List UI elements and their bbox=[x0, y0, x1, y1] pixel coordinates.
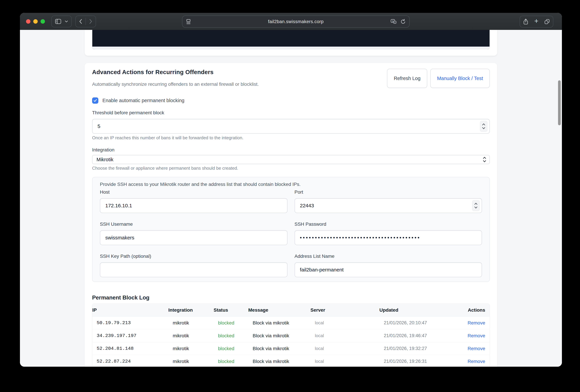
minimize-window-button[interactable] bbox=[33, 19, 38, 24]
url-text[interactable]: fail2ban.swissmakers.corp bbox=[182, 19, 409, 24]
integration-value: Mikrotik bbox=[97, 157, 113, 162]
integration-label: Integration bbox=[92, 147, 490, 153]
close-window-button[interactable] bbox=[26, 19, 30, 24]
select-arrows-icon bbox=[481, 154, 488, 165]
integration-help: Choose the firewall or appliance where p… bbox=[92, 166, 490, 171]
new-tab-button[interactable]: + bbox=[532, 15, 541, 28]
chevron-down-icon bbox=[65, 20, 68, 22]
port-input[interactable]: 22443 bbox=[294, 198, 482, 213]
refresh-log-button[interactable]: Refresh Log bbox=[387, 69, 427, 88]
share-button[interactable] bbox=[520, 16, 532, 27]
share-icon bbox=[523, 18, 528, 25]
threshold-stepper[interactable] bbox=[480, 121, 487, 132]
threshold-label: Threshold before permanent block bbox=[92, 110, 490, 115]
address-list-value: fail2ban-permanent bbox=[300, 267, 344, 273]
enable-blocking-row: Enable automatic permanent blocking bbox=[92, 98, 490, 104]
check-icon bbox=[93, 98, 97, 102]
advanced-actions-card: Advanced Actions for Recurring Offenders… bbox=[85, 63, 497, 367]
remove-link[interactable]: Remove bbox=[468, 320, 485, 325]
terminal-horizontal-scrollbar[interactable] bbox=[92, 47, 490, 49]
table-header-row: IP Integration Status Message Server Upd… bbox=[92, 304, 490, 316]
page-scrollbar-thumb[interactable] bbox=[558, 80, 561, 125]
col-actions: Actions bbox=[460, 304, 490, 316]
threshold-help: Once an IP reaches this number of bans i… bbox=[92, 135, 490, 140]
ssh-keypath-label: SSH Key Path (optional) bbox=[100, 254, 288, 259]
col-integration: Integration bbox=[168, 304, 214, 316]
screen: fail2ban.swissmakers.corp A a bbox=[0, 0, 580, 392]
ssh-password-value: •••••••••••••••••••••••••••••••••••••••• bbox=[300, 235, 421, 241]
integration-select[interactable]: Mikrotik bbox=[92, 155, 490, 164]
row-status: blocked bbox=[214, 355, 248, 367]
row-updated: 21/01/2026, 19:46:47 bbox=[379, 329, 460, 342]
threshold-input[interactable]: 5 bbox=[92, 119, 490, 134]
row-integration: mikrotik bbox=[168, 342, 214, 355]
row-updated: 21/01/2026, 19:26:31 bbox=[379, 355, 460, 367]
port-value: 22443 bbox=[300, 203, 314, 208]
plus-icon: + bbox=[534, 17, 538, 25]
address-list-label: Address List Name bbox=[294, 254, 482, 259]
row-status: blocked bbox=[214, 316, 248, 329]
toolbar-right-group: + bbox=[520, 16, 553, 27]
table-row: 34.239.197.197 mikrotik blocked Block vi… bbox=[92, 329, 490, 342]
row-message: Block via mikrotik bbox=[248, 316, 310, 329]
mikrotik-panel: Provide SSH access to your Mikrotik rout… bbox=[92, 177, 490, 282]
enable-blocking-checkbox[interactable] bbox=[92, 98, 98, 104]
ssh-keypath-input[interactable] bbox=[100, 262, 288, 277]
row-integration: mikrotik bbox=[168, 355, 214, 367]
page-content: [21:40:02]2026/01/21 20:40:02 SSH comman… bbox=[20, 30, 562, 367]
log-card: [21:40:02]2026/01/21 20:40:02 SSH comman… bbox=[85, 30, 497, 56]
reload-icon[interactable] bbox=[401, 19, 406, 24]
ssh-username-input[interactable]: swissmakers bbox=[100, 230, 288, 245]
remove-link[interactable]: Remove bbox=[468, 346, 485, 351]
row-integration: mikrotik bbox=[168, 316, 214, 329]
enable-blocking-label: Enable automatic permanent blocking bbox=[102, 98, 184, 103]
panel-intro: Provide SSH access to your Mikrotik rout… bbox=[100, 182, 482, 187]
row-integration: mikrotik bbox=[168, 329, 214, 342]
row-status: blocked bbox=[214, 329, 248, 342]
col-ip: IP bbox=[92, 304, 168, 316]
remove-link[interactable]: Remove bbox=[468, 359, 485, 364]
host-label: Host bbox=[100, 190, 288, 195]
svg-text:a: a bbox=[394, 21, 395, 23]
address-list-input[interactable]: fail2ban-permanent bbox=[294, 262, 482, 277]
row-ip: 52.204.81.148 bbox=[92, 342, 168, 355]
browser-toolbar: fail2ban.swissmakers.corp A a bbox=[20, 13, 562, 30]
log-terminal: [21:40:02]2026/01/21 20:40:02 SSH comman… bbox=[92, 30, 490, 49]
col-message: Message bbox=[248, 304, 310, 316]
host-value: 172.16.10.1 bbox=[105, 203, 132, 208]
sidebar-menu-button[interactable] bbox=[65, 16, 71, 27]
translate-icon[interactable]: A a bbox=[391, 19, 397, 24]
row-server: local bbox=[310, 329, 379, 342]
ssh-password-label: SSH Password bbox=[294, 221, 482, 227]
sidebar-button-group bbox=[51, 15, 72, 27]
ssh-username-label: SSH Username bbox=[100, 221, 288, 227]
ssh-password-input[interactable]: •••••••••••••••••••••••••••••••••••••••• bbox=[294, 230, 482, 245]
ssh-username-value: swissmakers bbox=[105, 235, 134, 241]
zoom-window-button[interactable] bbox=[41, 19, 45, 24]
address-bar[interactable]: fail2ban.swissmakers.corp A a bbox=[182, 15, 410, 28]
port-label: Port bbox=[294, 190, 482, 195]
row-message: Block via mikrotik bbox=[248, 329, 310, 342]
window-controls bbox=[20, 19, 51, 24]
table-row: 52.204.81.148 mikrotik blocked Block via… bbox=[92, 342, 490, 355]
remove-link[interactable]: Remove bbox=[468, 333, 485, 338]
tabs-icon bbox=[545, 19, 550, 24]
row-server: local bbox=[310, 342, 379, 355]
forward-button[interactable] bbox=[86, 16, 96, 27]
row-message: Block via mikrotik bbox=[248, 355, 310, 367]
sidebar-toggle-button[interactable] bbox=[52, 16, 65, 27]
back-button[interactable] bbox=[76, 16, 86, 27]
col-updated: Updated bbox=[379, 304, 460, 316]
row-updated: 21/01/2026, 20:10:47 bbox=[379, 316, 460, 329]
block-log-title: Permanent Block Log bbox=[92, 294, 490, 301]
row-message: Block via mikrotik bbox=[248, 342, 310, 355]
nav-button-group bbox=[75, 15, 96, 27]
port-stepper[interactable] bbox=[472, 200, 480, 211]
host-input[interactable]: 172.16.10.1 bbox=[100, 198, 288, 213]
tab-overview-button[interactable] bbox=[541, 16, 553, 27]
col-status: Status bbox=[214, 304, 248, 316]
manually-block-test-button[interactable]: Manually Block / Test bbox=[430, 69, 490, 88]
header-buttons: Refresh Log Manually Block / Test bbox=[387, 69, 490, 88]
threshold-value: 5 bbox=[98, 123, 100, 129]
browser-window: fail2ban.swissmakers.corp A a bbox=[20, 13, 562, 367]
